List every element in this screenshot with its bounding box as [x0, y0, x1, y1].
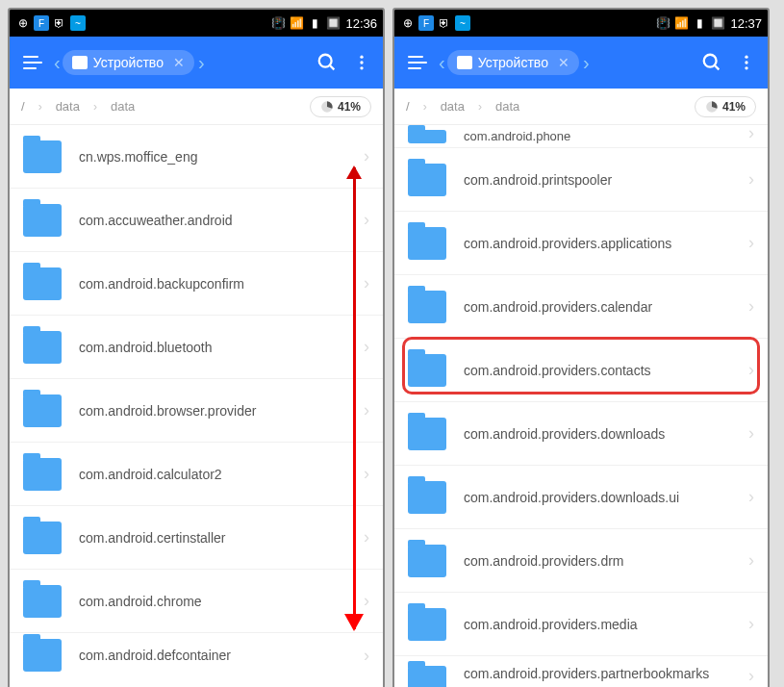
file-name: cn.wps.moffice_eng	[79, 149, 364, 165]
folder-icon	[408, 481, 446, 514]
device-tab[interactable]: Устройство ✕	[447, 50, 579, 75]
phone-left: ⊕ F ⛨ ~ 📳 📶 ▮ 🔲 12:36 ‹ Устройство	[8, 8, 385, 687]
breadcrumb-root[interactable]: /	[406, 99, 410, 114]
more-button[interactable]	[733, 49, 760, 76]
menu-button[interactable]	[17, 47, 48, 78]
list-item[interactable]: com.android.providers.downloads.ui›	[394, 466, 768, 529]
caret-icon: ›	[364, 400, 369, 420]
svg-point-9	[745, 61, 747, 64]
list-item[interactable]: com.android.certinstaller›	[10, 506, 383, 570]
caret-icon: ›	[364, 464, 369, 484]
caret-icon: ›	[364, 210, 369, 230]
list-item[interactable]: com.android.providers.applications›	[394, 212, 768, 275]
tab-next-icon[interactable]: ›	[583, 52, 590, 74]
caret-icon: ›	[748, 550, 754, 571]
list-item[interactable]: com.android.chrome›	[10, 570, 383, 633]
folder-icon	[23, 267, 62, 300]
chevron-right-icon: ›	[423, 100, 427, 114]
svg-point-4	[360, 66, 363, 69]
list-item[interactable]: com.android.calculator2›	[10, 443, 383, 506]
tab-prev-icon[interactable]: ‹	[439, 52, 445, 74]
list-item[interactable]: com.android.phone›	[394, 125, 768, 148]
device-icon	[457, 56, 472, 69]
more-button[interactable]	[348, 49, 375, 76]
file-name: com.android.providers.downloads.ui	[464, 490, 748, 505]
close-icon[interactable]: ✕	[558, 55, 569, 70]
file-name: com.android.bluetooth	[79, 340, 364, 355]
caret-icon: ›	[364, 527, 369, 547]
list-item[interactable]: com.android.providers.calendar›	[394, 275, 768, 339]
breadcrumb-root[interactable]: /	[21, 99, 25, 114]
list-item[interactable]: com.android.printspooler›	[394, 148, 768, 212]
svg-point-0	[319, 55, 332, 67]
file-name: com.android.certinstaller	[79, 530, 364, 546]
chevron-right-icon: ›	[93, 100, 97, 114]
list-item[interactable]: com.android.providers.downloads›	[394, 402, 768, 466]
signal-icon: ▮	[307, 15, 322, 31]
app2-icon: ~	[455, 15, 470, 31]
list-item[interactable]: com.android.browser.provider›	[10, 379, 383, 443]
list-item[interactable]: com.android.providers.partnerbookmarks›	[394, 656, 768, 687]
list-item[interactable]: com.android.providers.contacts›	[394, 339, 768, 402]
storage-percent: 41%	[722, 100, 746, 114]
folder-icon	[408, 164, 446, 196]
breadcrumb-seg1[interactable]: data	[441, 99, 465, 114]
tab-next-icon[interactable]: ›	[198, 52, 205, 74]
caret-icon: ›	[748, 423, 754, 444]
list-item[interactable]: com.android.providers.drm›	[394, 529, 768, 593]
breadcrumb-seg1[interactable]: data	[56, 99, 80, 114]
file-name: com.android.providers.downloads	[464, 426, 748, 442]
storage-percent: 41%	[338, 100, 361, 114]
close-icon[interactable]: ✕	[173, 55, 185, 70]
scroll-indicator	[352, 167, 356, 629]
list-item[interactable]: com.android.providers.media›	[394, 593, 768, 656]
svg-point-10	[745, 66, 747, 69]
file-name: com.android.chrome	[79, 594, 364, 609]
device-tab[interactable]: Устройство ✕	[63, 50, 194, 75]
shield-icon: ⛨	[52, 15, 67, 31]
svg-point-3	[360, 61, 363, 64]
caret-icon: ›	[748, 233, 754, 253]
list-item[interactable]: com.android.backupconfirm›	[10, 252, 383, 316]
wifi-icon: 📶	[673, 15, 689, 31]
plus-icon: ⊕	[400, 15, 416, 31]
folder-icon	[23, 204, 62, 237]
shield-icon: ⛨	[437, 15, 452, 31]
breadcrumb-seg2[interactable]: data	[111, 99, 135, 114]
file-name: com.accuweather.android	[79, 213, 364, 228]
list-item[interactable]: com.accuweather.android›	[10, 189, 383, 252]
breadcrumb-seg2[interactable]: data	[495, 99, 519, 114]
file-name: com.android.calculator2	[79, 467, 364, 482]
folder-icon	[23, 639, 62, 672]
vibrate-icon: 📳	[655, 15, 670, 31]
file-name: com.android.providers.calendar	[464, 299, 748, 315]
file-name: com.android.defcontainer	[79, 648, 364, 663]
folder-icon	[23, 522, 62, 554]
battery-icon: 🔲	[325, 15, 341, 31]
caret-icon: ›	[364, 146, 369, 166]
folder-icon	[408, 545, 446, 577]
plus-icon: ⊕	[15, 15, 31, 31]
svg-line-1	[330, 65, 335, 70]
menu-button[interactable]	[402, 47, 433, 78]
list-item[interactable]: com.android.bluetooth›	[10, 316, 383, 379]
folder-icon	[408, 354, 446, 387]
storage-badge[interactable]: 41%	[695, 96, 756, 117]
folder-icon	[23, 331, 62, 364]
svg-point-6	[704, 55, 717, 67]
svg-line-7	[715, 65, 720, 70]
folder-icon	[23, 458, 62, 491]
status-bar: ⊕ F ⛨ ~ 📳 📶 ▮ 🔲 12:36	[10, 10, 383, 37]
list-item[interactable]: cn.wps.moffice_eng›	[10, 125, 383, 189]
list-item[interactable]: com.android.defcontainer›	[10, 633, 383, 677]
search-button[interactable]	[314, 49, 341, 76]
file-name: com.android.backupconfirm	[79, 276, 364, 292]
vibrate-icon: 📳	[270, 15, 286, 31]
caret-icon: ›	[364, 591, 369, 611]
tab-prev-icon[interactable]: ‹	[54, 52, 61, 74]
storage-badge[interactable]: 41%	[310, 96, 371, 117]
caret-icon: ›	[364, 337, 369, 357]
folder-icon	[408, 608, 446, 641]
app-icon: F	[418, 15, 434, 31]
search-button[interactable]	[698, 49, 725, 76]
